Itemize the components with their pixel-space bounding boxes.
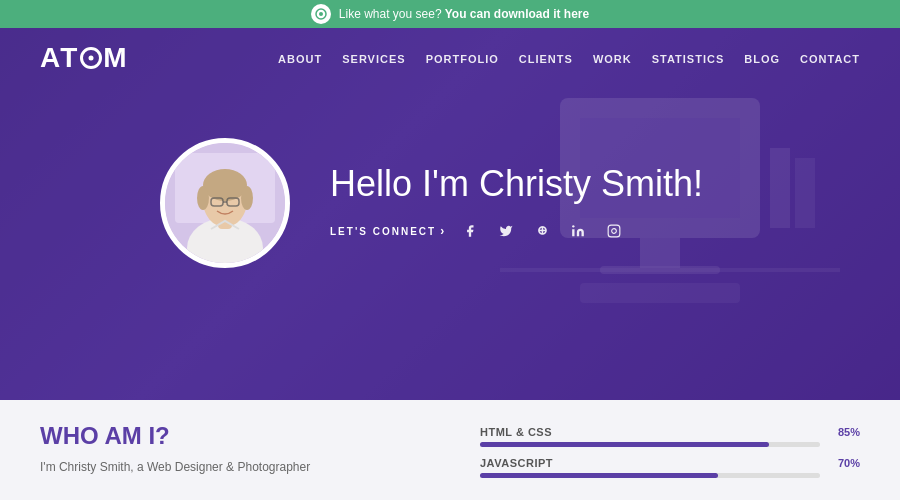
- svg-point-21: [572, 225, 574, 227]
- skill-bar-bg-js: [480, 473, 820, 478]
- svg-point-17: [241, 186, 253, 210]
- skill-label-html: HTML & CSS: [480, 426, 552, 438]
- top-banner: Like what you see? You can download it h…: [0, 0, 900, 28]
- social-row: LET'S CONNECT › ⊕: [330, 219, 703, 243]
- nav-link-services[interactable]: SERVICES: [342, 53, 405, 65]
- skill-pct-js: 70%: [838, 457, 860, 469]
- hero-title: Hello I'm Christy Smith!: [330, 163, 703, 205]
- skill-pct-html: 85%: [838, 426, 860, 438]
- hero-text: Hello I'm Christy Smith! LET'S CONNECT ›…: [330, 163, 703, 243]
- behance-icon[interactable]: ⊕: [530, 219, 554, 243]
- bottom-section: WHO AM I? I'm Christy Smith, a Web Desig…: [0, 400, 900, 500]
- skills-section: HTML & CSS 85% JAVASCRIPT 70%: [480, 422, 860, 488]
- linkedin-icon[interactable]: [566, 219, 590, 243]
- nav-link-clients[interactable]: CLIENTS: [519, 53, 573, 65]
- nav-item-clients[interactable]: CLIENTS: [519, 49, 573, 67]
- skill-label-js: JAVASCRIPT: [480, 457, 553, 469]
- svg-rect-22: [608, 225, 620, 237]
- svg-point-16: [197, 186, 209, 210]
- who-am-i-text: I'm Christy Smith, a Web Designer & Phot…: [40, 458, 480, 476]
- nav-link-statistics[interactable]: STATISTICS: [652, 53, 725, 65]
- skill-row-js: JAVASCRIPT 70%: [480, 457, 860, 478]
- skill-row-html: HTML & CSS 85%: [480, 426, 860, 447]
- lets-connect-label[interactable]: LET'S CONNECT ›: [330, 224, 446, 238]
- svg-rect-9: [580, 283, 740, 303]
- nav-item-about[interactable]: ABOUT: [278, 49, 322, 67]
- logo-atom-icon: [80, 47, 102, 69]
- nav-link-blog[interactable]: BLOG: [744, 53, 780, 65]
- nav-link-portfolio[interactable]: PORTFOLIO: [426, 53, 499, 65]
- hero-section: AT M ABOUT SERVICES PORTFOLIO CLIENTS WO…: [0, 28, 900, 400]
- instagram-icon[interactable]: [602, 219, 626, 243]
- avatar-image: [165, 143, 285, 263]
- hero-content: Hello I'm Christy Smith! LET'S CONNECT ›…: [0, 88, 900, 268]
- navbar: AT M ABOUT SERVICES PORTFOLIO CLIENTS WO…: [0, 28, 900, 88]
- nav-link-about[interactable]: ABOUT: [278, 53, 322, 65]
- logo[interactable]: AT M: [40, 42, 129, 74]
- avatar: [160, 138, 290, 268]
- nav-item-work[interactable]: WORK: [593, 49, 632, 67]
- redpixel-logo: [311, 4, 331, 24]
- nav-item-services[interactable]: SERVICES: [342, 49, 405, 67]
- facebook-icon[interactable]: [458, 219, 482, 243]
- svg-point-1: [319, 12, 323, 16]
- arrow-icon: ›: [440, 224, 446, 238]
- banner-text[interactable]: Like what you see? You can download it h…: [339, 7, 589, 21]
- who-am-i-title: WHO AM I?: [40, 422, 480, 450]
- nav-links: ABOUT SERVICES PORTFOLIO CLIENTS WORK ST…: [278, 49, 860, 67]
- nav-link-work[interactable]: WORK: [593, 53, 632, 65]
- nav-item-contact[interactable]: CONTACT: [800, 49, 860, 67]
- nav-item-statistics[interactable]: STATISTICS: [652, 49, 725, 67]
- svg-point-15: [203, 169, 247, 201]
- nav-item-portfolio[interactable]: PORTFOLIO: [426, 49, 499, 67]
- logo-text-at: AT: [40, 42, 79, 74]
- who-am-i-section: WHO AM I? I'm Christy Smith, a Web Desig…: [40, 422, 480, 476]
- logo-text-m: M: [103, 42, 128, 74]
- skill-bar-fill-js: [480, 473, 718, 478]
- twitter-icon[interactable]: [494, 219, 518, 243]
- skill-bar-fill-html: [480, 442, 769, 447]
- svg-rect-8: [500, 268, 840, 272]
- nav-item-blog[interactable]: BLOG: [744, 49, 780, 67]
- nav-link-contact[interactable]: CONTACT: [800, 53, 860, 65]
- skill-bar-bg-html: [480, 442, 820, 447]
